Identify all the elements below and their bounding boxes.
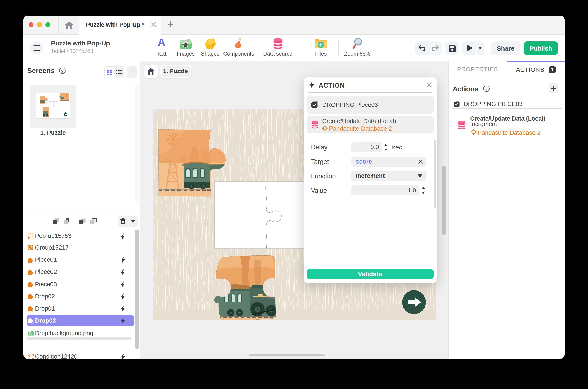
svg-text:?: ? [28,354,31,358]
